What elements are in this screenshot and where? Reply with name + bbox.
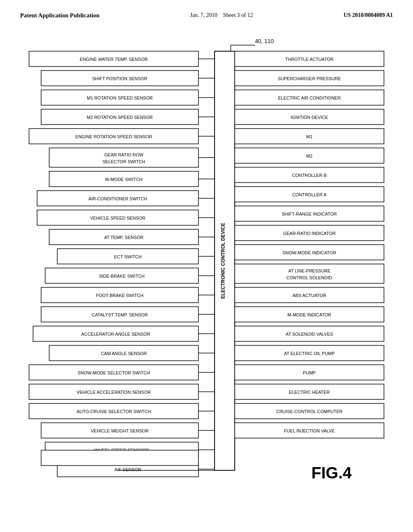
diagram-area: 40, 110 ELECTRONIC CONTROL DEVICE ENGINE… [0, 23, 413, 519]
svg-text:M-MODE SWITCH: M-MODE SWITCH [105, 177, 142, 182]
svg-text:ELECTRIC HEATER: ELECTRIC HEATER [289, 390, 330, 395]
svg-text:THROTTLE ACTUATOR: THROTTLE ACTUATOR [285, 57, 334, 62]
svg-text:FIG.4: FIG.4 [311, 464, 352, 482]
svg-text:SUPERCHARGER PRESSURE: SUPERCHARGER PRESSURE [278, 76, 341, 81]
svg-text:SIDE-BRAKE SWITCH: SIDE-BRAKE SWITCH [99, 274, 144, 278]
svg-text:M2: M2 [306, 154, 312, 158]
svg-text:CRUISE-CONTROL COMPUTER: CRUISE-CONTROL COMPUTER [276, 409, 343, 414]
svg-text:ABS ACTUATOR: ABS ACTUATOR [292, 293, 326, 298]
svg-text:AUTO-CRUISE SELECTOR SWITCH: AUTO-CRUISE SELECTOR SWITCH [77, 409, 151, 414]
header-publication: Patent Application Publication [20, 12, 100, 19]
svg-text:40, 110: 40, 110 [255, 38, 274, 44]
svg-text:FUEL INJECTION VALVE: FUEL INJECTION VALVE [284, 428, 335, 433]
svg-text:ELECTRONIC CONTROL DEVICE: ELECTRONIC CONTROL DEVICE [220, 223, 226, 299]
svg-text:VEHICLE ACCELERATION SENSOR: VEHICLE ACCELERATION SENSOR [77, 390, 151, 395]
svg-text:ECT SWITCH: ECT SWITCH [114, 254, 142, 259]
svg-text:ACCELERATOR ANGLE SENSOR: ACCELERATOR ANGLE SENSOR [81, 332, 150, 337]
svg-text:M2 ROTATION SPEED SENSOR: M2 ROTATION SPEED SENSOR [87, 115, 152, 120]
patent-diagram: 40, 110 ELECTRONIC CONTROL DEVICE ENGINE… [17, 31, 396, 495]
svg-text:AT ELECTRIC OIL PUMP: AT ELECTRIC OIL PUMP [284, 351, 335, 356]
svg-text:GEAR-RATIO INDICATOR: GEAR-RATIO INDICATOR [283, 231, 336, 236]
page-header: Patent Application Publication Jan. 7, 2… [0, 0, 413, 23]
svg-rect-20 [49, 148, 198, 167]
svg-text:AT SOLENOID VALVES: AT SOLENOID VALVES [286, 332, 333, 337]
svg-text:ENGINE ROTATION SPEED SENSOR: ENGINE ROTATION SPEED SENSOR [75, 134, 152, 139]
svg-text:SHIFT POSITION SENSOR: SHIFT POSITION SENSOR [92, 76, 148, 81]
svg-text:SHIFT-RANGE INDICATOR: SHIFT-RANGE INDICATOR [282, 212, 337, 216]
svg-text:SELECTOR SWITCH: SELECTOR SWITCH [102, 159, 145, 164]
svg-text:CATALYST TEMP. SENSOR: CATALYST TEMP. SENSOR [92, 312, 148, 317]
svg-rect-72 [41, 450, 198, 466]
svg-text:VEHICLE WEIGHT SENSOR: VEHICLE WEIGHT SENSOR [91, 428, 148, 433]
svg-text:ENGINE WATER TEMP. SENSOR: ENGINE WATER TEMP. SENSOR [80, 57, 148, 62]
svg-text:CAM  ANGLE SENSOR: CAM ANGLE SENSOR [101, 351, 147, 356]
svg-text:AIR-CONDITIONER SWITCH: AIR-CONDITIONER SWITCH [88, 196, 147, 201]
svg-text:M1 ROTATION SPEED SENSOR: M1 ROTATION SPEED SENSOR [87, 96, 152, 100]
svg-text:FOOT-BRAKE SWITCH: FOOT-BRAKE SWITCH [96, 293, 143, 298]
svg-text:IGNITION DEVICE: IGNITION DEVICE [291, 115, 328, 120]
svg-text:AT LINE-PRESSURE: AT LINE-PRESSURE [288, 268, 331, 273]
header-patent-number: US 2010/0004089 A1 [344, 12, 393, 19]
svg-rect-96 [235, 264, 384, 283]
svg-text:SNOW-MODE INDICATOR: SNOW-MODE INDICATOR [282, 250, 336, 255]
svg-text:VEHICLE SPEED SENSOR: VEHICLE SPEED SENSOR [90, 216, 146, 220]
svg-text:M1: M1 [306, 134, 312, 139]
svg-text:PUMP: PUMP [303, 370, 316, 375]
svg-text:SNOW-MODE SELECTOR SWITCH: SNOW-MODE SELECTOR SWITCH [77, 370, 150, 375]
svg-text:M-MODE INDICATOR: M-MODE INDICATOR [288, 312, 331, 317]
header-date-sheet: Jan. 7, 2010 Sheet 3 of 12 [190, 12, 253, 19]
svg-text:CONTROL SOLENOID: CONTROL SOLENOID [286, 275, 332, 280]
svg-text:A/F SENSOR: A/F SENSOR [115, 467, 142, 472]
svg-text:ELECTRIC AIR CONDITIONER: ELECTRIC AIR CONDITIONER [278, 96, 340, 100]
svg-text:CONTROLLER B: CONTROLLER B [292, 173, 327, 178]
svg-text:GEAR RATIO ROW: GEAR RATIO ROW [104, 152, 144, 157]
svg-text:CONTROLLER A: CONTROLLER A [292, 192, 327, 197]
svg-text:AT TEMP. SENSOR: AT TEMP. SENSOR [104, 235, 144, 240]
